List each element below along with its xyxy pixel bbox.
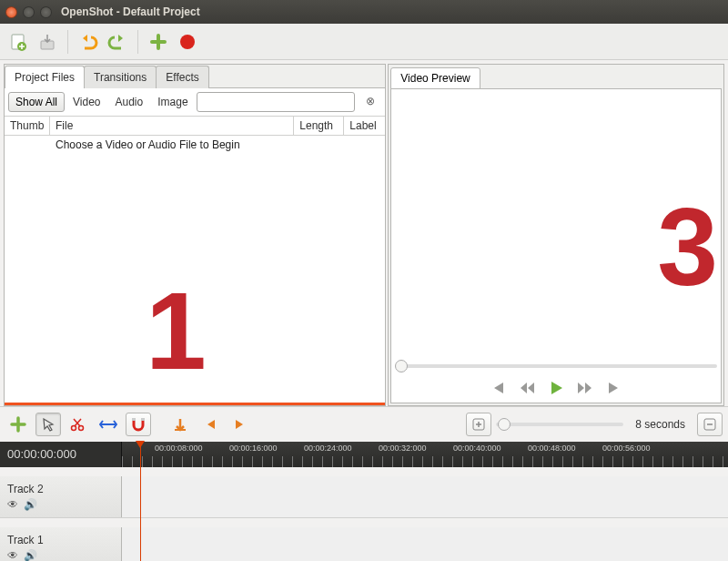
filter-row: Show All Video Audio Image ⊗ [5,88,385,117]
ruler-tick-label: 00:00:24:000 [304,444,352,453]
skip-start-button[interactable] [488,379,508,397]
file-table-body[interactable]: Choose a Video or Audio File to Begin 1 [5,136,385,405]
play-button[interactable] [546,379,566,397]
speaker-icon[interactable]: 🔊 [24,498,37,511]
tab-effects[interactable]: Effects [156,66,208,88]
forward-button[interactable] [575,379,595,397]
razor-tool-button[interactable] [66,413,91,436]
prev-marker-button[interactable] [197,413,223,436]
window-maximize-button[interactable] [40,6,52,18]
preview-panel: Video Preview 3 [388,64,724,406]
svg-point-3 [180,35,195,49]
seek-thumb[interactable] [395,360,408,372]
tab-video-preview[interactable]: Video Preview [390,67,480,89]
resize-tool-button[interactable] [96,413,121,436]
track-lane-2[interactable] [122,476,728,517]
ruler-tick-label: 00:00:40:000 [453,444,501,453]
playhead-handle-icon[interactable] [136,441,145,448]
snap-tool-button[interactable] [126,413,151,436]
ruler-tick-label: 00:00:56:000 [602,444,651,453]
redo-button[interactable] [105,28,130,56]
track-row: Track 2 👁 🔊 [0,476,728,518]
file-table-header: Thumb File Length Label [5,117,385,136]
panel-accent-line [5,403,385,405]
eye-icon[interactable]: 👁 [7,498,18,511]
ruler-tick-label: 00:00:16:000 [229,444,278,453]
window-close-button[interactable] [5,6,17,18]
search-input[interactable] [197,92,355,112]
window-minimize-button[interactable] [23,6,35,18]
add-button[interactable] [146,28,171,56]
select-tool-button[interactable] [35,413,61,436]
left-tabs: Project Files Transitions Effects [5,65,385,88]
project-files-panel: Project Files Transitions Effects Show A… [4,64,386,406]
filter-image[interactable]: Image [151,93,194,111]
eye-icon[interactable]: 👁 [7,549,18,561]
add-marker-button[interactable] [167,413,193,436]
playback-controls [395,375,717,399]
timeline-ruler[interactable]: 00:00:00:000 00:00:08:00000:00:16:00000:… [0,442,728,467]
track-name: Track 1 [7,534,114,546]
add-track-button[interactable] [5,413,31,436]
speaker-icon[interactable]: 🔊 [24,549,37,561]
playhead[interactable] [140,442,141,561]
svg-rect-8 [175,429,186,431]
zoom-label: 8 seconds [628,418,693,431]
overlay-number-1: 1 [146,268,207,393]
filter-audio[interactable]: Audio [109,93,150,111]
ruler-tick-label: 00:00:08:000 [155,444,203,453]
col-length[interactable]: Length [294,117,344,135]
timeline-toolbar: 8 seconds [0,406,728,442]
ruler-tick-label: 00:00:32:000 [379,444,427,453]
title-bar: OpenShot - Default Project [0,0,728,24]
window-title: OpenShot - Default Project [61,5,200,18]
track-lane-1[interactable] [122,527,728,561]
filter-video[interactable]: Video [66,93,106,111]
new-file-button[interactable] [5,28,31,56]
show-all-button[interactable]: Show All [8,92,65,112]
overlay-number-3: 3 [657,184,718,310]
zoom-slider[interactable] [496,423,623,426]
clear-search-icon[interactable]: ⊗ [363,95,378,109]
rewind-button[interactable] [517,379,537,397]
main-toolbar [0,24,728,60]
ruler-tick-label: 00:00:48:000 [528,444,576,453]
track-header-1[interactable]: Track 1 👁 🔊 [0,527,122,561]
col-label[interactable]: Label [344,117,385,135]
skip-end-button[interactable] [604,379,624,397]
track-header-2[interactable]: Track 2 👁 🔊 [0,476,122,517]
current-time-display: 00:00:00:000 [0,442,122,467]
zoom-in-button[interactable] [466,413,491,436]
tab-transitions[interactable]: Transitions [84,66,157,88]
tab-project-files[interactable]: Project Files [5,66,85,88]
track-row: Track 1 👁 🔊 [0,527,728,561]
seek-slider[interactable] [395,364,717,368]
svg-rect-7 [141,418,145,421]
import-button[interactable] [35,28,60,56]
svg-rect-6 [132,418,136,421]
next-marker-button[interactable] [228,413,253,436]
file-placeholder: Choose a Video or Audio File to Begin [5,136,385,154]
zoom-out-button[interactable] [697,413,723,436]
zoom-thumb[interactable] [498,418,511,431]
col-thumb[interactable]: Thumb [5,117,50,135]
timeline-area: Track 2 👁 🔊 Track 1 👁 🔊 [0,467,728,561]
col-file[interactable]: File [50,117,294,135]
track-name: Track 2 [7,483,114,495]
undo-button[interactable] [76,28,101,56]
record-button[interactable] [175,28,200,56]
